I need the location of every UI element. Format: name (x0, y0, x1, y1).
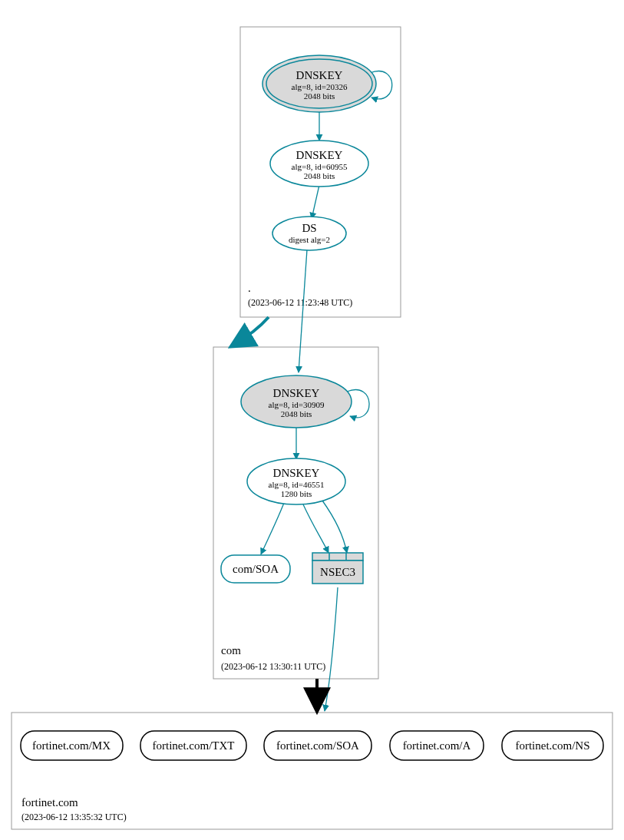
node-com-zsk-line1: alg=8, id=46551 (269, 480, 325, 489)
zone-root-label: . (248, 282, 251, 294)
node-root-ds-line1: digest alg=2 (289, 235, 330, 244)
node-fortinet-mx-title: fortinet.com/MX (32, 739, 111, 752)
node-com-zsk: DNSKEY alg=8, id=46551 1280 bits (247, 458, 345, 504)
svg-rect-7 (312, 553, 363, 561)
node-root-ds-title: DS (302, 222, 316, 234)
node-root-zsk-line2: 2048 bits (304, 171, 335, 180)
node-fortinet-a-title: fortinet.com/A (403, 739, 471, 752)
node-fortinet-a: fortinet.com/A (390, 731, 484, 760)
edge-com-zsk-nsec3-r (322, 501, 347, 553)
node-com-nsec3-title: NSEC3 (320, 566, 355, 578)
node-com-ksk-title: DNSKEY (273, 387, 320, 399)
edge-root-com-delegation (233, 317, 269, 346)
node-com-ksk: DNSKEY alg=8, id=30909 2048 bits (241, 375, 352, 428)
node-root-zsk-title: DNSKEY (296, 149, 343, 161)
node-com-ksk-line1: alg=8, id=30909 (269, 400, 325, 409)
zone-root-timestamp: (2023-06-12 11:23:48 UTC) (248, 297, 352, 308)
node-root-zsk-line1: alg=8, id=60955 (292, 162, 348, 171)
node-root-ds: DS digest alg=2 (272, 217, 346, 250)
node-root-zsk: DNSKEY alg=8, id=60955 2048 bits (270, 141, 368, 187)
node-fortinet-txt-title: fortinet.com/TXT (152, 739, 234, 752)
edge-com-zsk-nsec3-l (303, 504, 329, 553)
node-fortinet-soa-title: fortinet.com/SOA (276, 739, 359, 752)
node-root-ksk-line2: 2048 bits (304, 91, 335, 101)
node-fortinet-txt: fortinet.com/TXT (140, 731, 246, 760)
node-fortinet-mx: fortinet.com/MX (21, 731, 123, 760)
edge-nsec3-fortinet (325, 587, 338, 711)
edge-ds-comksk (299, 250, 307, 372)
node-com-soa: com/SOA (221, 555, 290, 583)
zone-com-label: com (221, 644, 241, 656)
node-fortinet-ns: fortinet.com/NS (502, 731, 603, 760)
node-com-ksk-line2: 2048 bits (281, 409, 312, 418)
zone-fortinet-label: fortinet.com (21, 796, 78, 809)
zone-fortinet-timestamp: (2023-06-12 13:35:32 UTC) (21, 812, 127, 822)
node-fortinet-soa: fortinet.com/SOA (264, 731, 371, 760)
node-root-ksk-title: DNSKEY (296, 69, 343, 81)
node-com-nsec3: NSEC3 (312, 553, 363, 584)
node-root-ksk-line1: alg=8, id=20326 (292, 82, 348, 91)
node-com-zsk-title: DNSKEY (273, 467, 320, 479)
edge-root-zsk-ds (312, 185, 319, 219)
zone-com-timestamp: (2023-06-12 13:30:11 UTC) (221, 661, 325, 672)
node-root-ksk: DNSKEY alg=8, id=20326 2048 bits (262, 55, 376, 112)
node-com-soa-title: com/SOA (233, 563, 279, 575)
node-com-zsk-line2: 1280 bits (281, 489, 312, 498)
edge-com-zsk-soa (261, 503, 284, 554)
node-fortinet-ns-title: fortinet.com/NS (515, 739, 589, 752)
